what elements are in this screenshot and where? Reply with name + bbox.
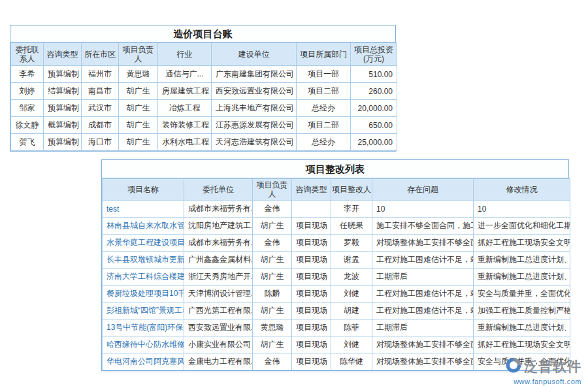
- table-cell: 金康电力工程有限...: [184, 353, 253, 370]
- table-cell: 龙波: [331, 269, 372, 286]
- table-row[interactable]: 李希预算编制福州市黄思璐通信与广...广东南建集团有限公司项目一部510.00: [11, 66, 397, 83]
- project-link[interactable]: 哈西缘待中心防水维修工程: [103, 336, 184, 353]
- table-cell: 项目现场: [292, 286, 331, 302]
- table-cell: 650.00: [351, 117, 397, 134]
- table-row[interactable]: 华电河南公司阿克塞风电...金康电力工程有限...金伟项目现场陈华健对现场整体施…: [103, 353, 570, 370]
- table-cell: 工期滞后: [372, 319, 474, 336]
- table-cell: 进一步全面优化和细化工期布置。: [474, 218, 570, 235]
- column-header: 修改情况: [474, 179, 570, 201]
- website-url[interactable]: www.fanpusoft.com: [505, 378, 581, 385]
- table-cell: 房屋建筑工程: [158, 83, 212, 100]
- table-row[interactable]: 彭祖新城“四馆”景观工程广西光第工程有限...胡广生项目现场胡建工程对施工困难估…: [103, 302, 570, 319]
- table-cell: 结算编制: [44, 83, 82, 100]
- header-row: 项目名称委托单位项目负责人咨询类型项目整改人存在问题修改情况: [103, 179, 570, 201]
- column-header: 项目负责人: [119, 43, 158, 66]
- ledger-table: 委托联系人咨询类型所在市区项目负责人行业建设单位项目所属部门项目总投资(万元)李…: [10, 42, 397, 151]
- fanpu-logo-icon: [505, 357, 522, 376]
- project-link[interactable]: 彭祖新城“四馆”景观工程: [103, 302, 184, 319]
- table-cell: 加强工程施工质量控制严格按照...: [474, 302, 570, 319]
- column-header: 行业: [158, 43, 212, 66]
- column-header: 项目名称: [103, 179, 184, 201]
- project-link[interactable]: 13号中节能(富阳)环保产...: [103, 319, 184, 336]
- column-header: 咨询类型: [44, 43, 82, 66]
- table-cell: 胡建: [331, 302, 372, 319]
- table-cell: 胡广生: [253, 218, 292, 235]
- table-cell: 福州市: [82, 66, 119, 83]
- table-cell: 武汉市: [82, 100, 119, 117]
- table-row[interactable]: 贺飞预算编制海口市胡广生水利水电工程天河志浩建筑有限公司总经办25,000.00: [11, 134, 397, 151]
- table-cell: 成都市: [82, 117, 119, 134]
- table-cell: 谢孟: [331, 252, 372, 269]
- table-cell: 对现场整体施工安排不够全面合...: [372, 235, 474, 252]
- cost-project-ledger-card: 造价项目台账 委托联系人咨询类型所在市区项目负责人行业建设单位项目所属部门项目总…: [10, 25, 396, 152]
- fanpu-logo[interactable]: 泛普软件 www.fanpusoft.com: [505, 357, 581, 385]
- column-header: 项目负责人: [253, 179, 292, 201]
- table-row[interactable]: 林南县城自来水取水管道...沈阳房地产建筑工...胡广生项目现场任晓果施工安排不…: [103, 218, 570, 235]
- table-row[interactable]: 邹家预算编制武汉市胡广生冶炼工程上海兆丰地产有限公司总经办20,000.00: [11, 100, 397, 117]
- project-link[interactable]: 济南大学工科综合楼建设: [103, 269, 184, 286]
- table-cell: 陈麟: [253, 286, 292, 302]
- ledger-title: 造价项目台账: [10, 25, 395, 42]
- header-row: 委托联系人咨询类型所在市区项目负责人行业建设单位项目所属部门项目总投资(万元): [11, 43, 397, 66]
- column-header: 所在市区: [82, 43, 119, 66]
- table-cell: 预算编制: [44, 66, 82, 83]
- table-cell: 项目一部: [297, 66, 351, 83]
- table-row[interactable]: 徐文静概算编制成都市胡广生装饰装修工程江苏惠源发展有限公司项目二部650.00: [11, 117, 397, 134]
- project-link[interactable]: 水景华庭工程建设项目: [103, 235, 184, 252]
- table-cell: 25,000.00: [351, 134, 397, 151]
- table-cell: 胡广生: [119, 117, 158, 134]
- project-link[interactable]: 林南县城自来水取水管道...: [103, 218, 184, 235]
- table-cell: 西安致远置业有限公司: [212, 83, 297, 100]
- table-cell: 冶炼工程: [158, 100, 212, 117]
- table-cell: 项目现场: [292, 252, 331, 269]
- table-cell: 重新编制施工总进度计划、合理...: [474, 252, 570, 269]
- table-row[interactable]: 哈西缘待中心防水维修工程小康实业有限公司胡广生项目现场刘健对现场整体施工安排不够…: [103, 336, 570, 353]
- table-cell: 广东南建集团有限公司: [212, 66, 297, 83]
- table-cell: 胡广生: [253, 336, 292, 353]
- column-header: 咨询类型: [292, 179, 331, 201]
- table-cell: 任晓果: [331, 218, 372, 235]
- table-row[interactable]: 水景华庭工程建设项目成都市来福劳务有...金伟项目现场罗毅对现场整体施工安排不够…: [103, 235, 570, 252]
- project-link[interactable]: 华电河南公司阿克塞风电...: [103, 353, 184, 370]
- table-cell: 胡广生: [119, 83, 158, 100]
- table-cell: 成都市来福劳务有...: [184, 201, 253, 218]
- table-cell: 安全与质量并重，全面优化、细...: [474, 286, 570, 302]
- table-cell: 天河志浩建筑有限公司: [212, 134, 297, 151]
- table-cell: 项目现场: [292, 269, 331, 286]
- table-cell: 项目二部: [297, 83, 351, 100]
- table-cell: 西安致远置业有限...: [184, 319, 253, 336]
- table-cell: 浙江天秀房地产开...: [184, 269, 253, 286]
- column-header: 项目总投资(万元): [351, 43, 397, 66]
- table-cell: 工程对施工困难估计不足，站区...: [372, 252, 474, 269]
- table-cell: 贺飞: [11, 134, 44, 151]
- project-link[interactable]: test: [103, 201, 184, 218]
- column-header: 委托单位: [184, 179, 253, 201]
- table-row[interactable]: 13号中节能(富阳)环保产...西安致远置业有限...黄思璐项目现场陈菲工期滞后…: [103, 319, 570, 336]
- table-row[interactable]: test成都市来福劳务有...金伟李开1010: [103, 201, 570, 218]
- table-row[interactable]: 刘婷结算编制南昌市胡广生房屋建筑工程西安致远置业有限公司项目二部260.00: [11, 83, 397, 100]
- table-cell: 金伟: [253, 201, 292, 218]
- table-cell: 金伟: [253, 353, 292, 370]
- table-cell: 沈阳房地产建筑工...: [184, 218, 253, 235]
- project-link[interactable]: 长丰县双墩镇城市更新项...: [103, 252, 184, 269]
- table-cell: 徐文静: [11, 117, 44, 134]
- table-cell: 项目现场: [292, 353, 331, 370]
- table-cell: 总经办: [297, 100, 351, 117]
- table-cell: 项目现场: [292, 302, 331, 319]
- table-cell: 南昌市: [82, 83, 119, 100]
- table-row[interactable]: 餐厨垃圾处理项目10千伏...天津博润设计管理...陈麟项目现场刘健工程对施工困…: [103, 286, 570, 302]
- table-cell: 李开: [331, 201, 372, 218]
- project-link[interactable]: 餐厨垃圾处理项目10千伏...: [103, 286, 184, 302]
- table-cell: 工程对施工困难估计不足，站区...: [372, 286, 474, 302]
- table-cell: 预算编制: [44, 100, 82, 117]
- table-cell: 胡广生: [253, 269, 292, 286]
- table-row[interactable]: 济南大学工科综合楼建设浙江天秀房地产开...胡广生项目现场龙波工期滞后重新编制施…: [103, 269, 570, 286]
- table-cell: 10: [372, 201, 474, 218]
- table-cell: 通信与广...: [158, 66, 212, 83]
- rectification-list-card: 项目整改列表 项目名称委托单位项目负责人咨询类型项目整改人存在问题修改情况tes…: [101, 159, 569, 371]
- column-header: 项目整改人: [331, 179, 372, 201]
- table-cell: 工程对施工困难估计不足，站区...: [372, 302, 474, 319]
- table-cell: 天津博润设计管理...: [184, 286, 253, 302]
- table-cell: 总经办: [297, 134, 351, 151]
- table-row[interactable]: 长丰县双墩镇城市更新项...广州鑫鑫金属材料...胡广生项目现场谢孟工程对施工困…: [103, 252, 570, 269]
